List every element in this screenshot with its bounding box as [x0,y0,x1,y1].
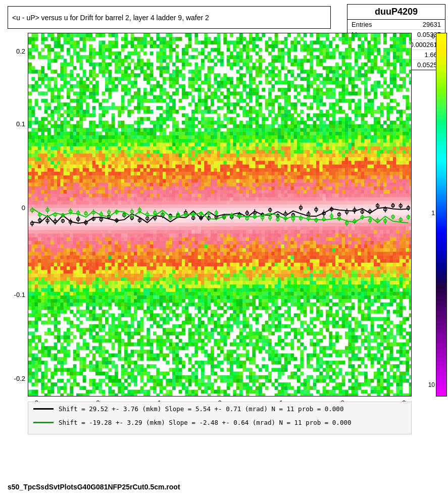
y-label-0: 0 [22,204,25,211]
legend-line-green [33,422,54,423]
plot-title: <u - uP> versus u for Drift for barrel 2… [12,14,209,22]
scatter-plot [28,33,412,397]
stats-title: duuP4209 [347,5,445,20]
filename-text: s50_TpcSsdSvtPlotsG40G081NFP25rCut0.5cm.… [8,483,180,491]
filename: s50_TpcSsdSvtPlotsG40G081NFP25rCut0.5cm.… [8,483,180,491]
title-box: <u - uP> versus u for Drift for barrel 2… [8,6,331,29]
entries-value: 29631 [423,21,441,28]
legend-row-1: Shift = 29.52 +- 3.76 (mkm) Slope = 5.54… [28,402,411,416]
scale-label-mid: 1 [431,210,435,217]
histogram-canvas [28,33,412,397]
scale-label-top: 0 [431,33,435,40]
color-scale-bar [436,33,447,397]
main-container: <u - uP> versus u for Drift for barrel 2… [0,0,448,495]
y-label-0p1: 0.1 [16,120,25,128]
legend-text-1: Shift = 29.52 +- 3.76 (mkm) Slope = 5.54… [59,405,343,413]
y-label-0p2: 0.2 [16,47,25,55]
legend-row-2: Shift = -19.28 +- 3.29 (mkm) Slope = -2.… [28,416,411,429]
legend-line-black [33,408,54,410]
y-label-neg0p2: -0.2 [14,375,25,382]
stats-entries: Entries 29631 [347,20,445,30]
y-label-neg0p1: -0.1 [14,291,25,299]
y-axis: 0.2 0.1 0 -0.1 -0.2 [0,33,28,397]
legend-text-2: Shift = -19.28 +- 3.29 (mkm) Slope = -2.… [59,419,351,426]
legend-box: Shift = 29.52 +- 3.76 (mkm) Slope = 5.54… [28,402,412,434]
entries-label: Entries [352,21,372,28]
scale-label-bot: 10 [428,381,435,388]
